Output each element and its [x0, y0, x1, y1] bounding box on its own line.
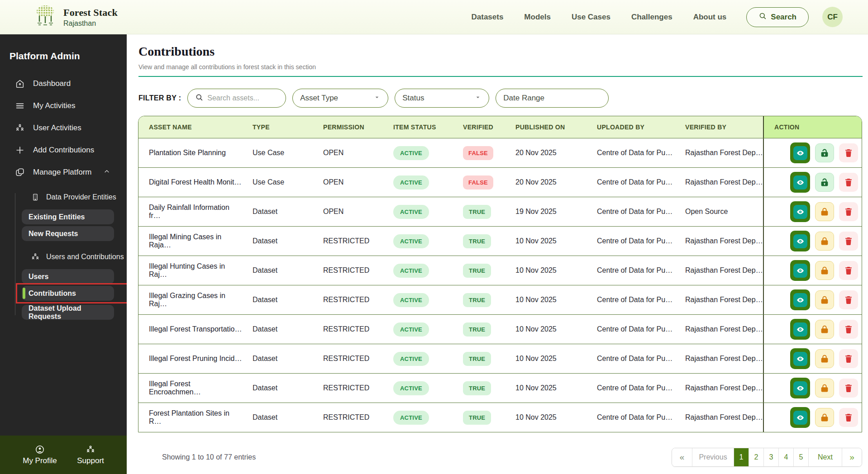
lock-button[interactable] [815, 290, 834, 309]
status-badge: ACTIVE [393, 352, 429, 366]
delete-button[interactable] [839, 202, 858, 221]
sidebar-item-add-contributions[interactable]: Add Contributions [0, 139, 127, 161]
delete-button[interactable] [839, 290, 858, 309]
cell-type: Dataset [242, 285, 313, 314]
status-dropdown[interactable]: Status [395, 89, 489, 108]
support-button[interactable]: Support [77, 444, 104, 465]
lock-button[interactable] [815, 261, 834, 280]
last-page-button[interactable]: » [842, 448, 862, 466]
cell-verified: TRUE [453, 315, 505, 344]
lock-button[interactable] [815, 232, 834, 251]
sidebar-item-existing-entities[interactable]: Existing Entities [22, 209, 114, 224]
delete-button[interactable] [839, 261, 858, 280]
cell-type: Use Case [242, 138, 313, 167]
sidebar-item-my-activities[interactable]: My Activities [0, 95, 127, 117]
user-avatar[interactable]: CF [822, 7, 843, 27]
view-button[interactable] [790, 201, 810, 222]
delete-button[interactable] [839, 379, 858, 398]
search-icon [758, 12, 767, 22]
search-assets-input[interactable] [207, 94, 275, 102]
sidebar-nav: DashboardMy ActivitiesUser ActivitiesAdd… [0, 72, 127, 183]
nav-item-datasets[interactable]: Datasets [471, 13, 503, 22]
search-button[interactable]: Search [746, 7, 809, 27]
menu-icon [14, 100, 25, 111]
pagination: «Previous12345Next» [672, 448, 862, 467]
page-button-5[interactable]: 5 [793, 448, 808, 466]
view-button[interactable] [790, 407, 810, 428]
cell-asset-name: Illegal Hunting Cases in Raj… [138, 256, 242, 285]
sidebar-item-dataset-upload-requests[interactable]: Dataset Upload Requests [22, 305, 114, 320]
sidebar-group-data-provider-entities[interactable]: Data Provider Entities [22, 190, 127, 204]
cell-uploaded-by: Centre of Data for Pu… [587, 227, 675, 256]
cell-action [763, 344, 862, 373]
column-header-action: ACTION [763, 116, 862, 138]
cell-uploaded-by: Centre of Data for Pu… [587, 256, 675, 285]
support-label: Support [77, 456, 104, 465]
view-button[interactable] [790, 260, 810, 281]
first-page-button[interactable]: « [672, 448, 692, 466]
cell-item-status: ACTIVE [383, 138, 453, 167]
filter-bar: FILTER BY : Asset Type Status Date Range [138, 89, 868, 108]
lock-button[interactable] [815, 379, 834, 398]
eye-icon [793, 322, 807, 337]
delete-button[interactable] [839, 143, 858, 162]
cell-uploaded-by: Centre of Data for Pu… [587, 344, 675, 373]
cell-published-on: 19 Nov 2025 [505, 197, 587, 226]
view-button[interactable] [790, 319, 810, 340]
page-button-4[interactable]: 4 [778, 448, 793, 466]
cell-type: Dataset [242, 197, 313, 226]
view-button[interactable] [790, 378, 810, 398]
delete-button[interactable] [839, 320, 858, 339]
lock-button[interactable] [815, 320, 834, 339]
lock-button[interactable] [815, 349, 834, 368]
unlock-button[interactable] [815, 143, 834, 162]
cell-asset-name: Illegal Forest Encroachmen… [138, 374, 242, 403]
page-button-2[interactable]: 2 [749, 448, 763, 466]
sidebar-item-users[interactable]: Users [22, 269, 114, 284]
view-button[interactable] [790, 348, 810, 369]
delete-button[interactable] [839, 349, 858, 368]
sidebar-item-manage-platform[interactable]: Manage Platform [0, 161, 127, 183]
building-icon [30, 192, 41, 203]
asset-type-label: Asset Type [300, 94, 338, 103]
delete-button[interactable] [839, 173, 858, 192]
verified-badge: FALSE [463, 146, 493, 160]
view-button[interactable] [790, 289, 810, 310]
sidebar-item-label: Add Contributions [33, 146, 94, 155]
date-range-field[interactable]: Date Range [496, 89, 609, 108]
cell-type: Dataset [242, 374, 313, 403]
cell-published-on: 10 Nov 2025 [505, 256, 587, 285]
sidebar-item-dashboard[interactable]: Dashboard [0, 72, 127, 95]
page-button-1[interactable]: 1 [734, 448, 749, 466]
eye-icon [793, 175, 807, 190]
sidebar-item-new-requests[interactable]: New Requests [22, 226, 114, 241]
view-button[interactable] [790, 231, 810, 251]
lock-button[interactable] [815, 202, 834, 221]
chevron-up-icon [103, 168, 110, 177]
sidebar-item-user-activities[interactable]: User Activities [0, 117, 127, 139]
nav-item-about-us[interactable]: About us [693, 13, 727, 22]
delete-button[interactable] [839, 232, 858, 251]
nav-item-use-cases[interactable]: Use Cases [572, 13, 610, 22]
sidebar-item-contributions[interactable]: Contributions [22, 286, 114, 301]
cell-verified: TRUE [453, 227, 505, 256]
cell-type: Dataset [242, 403, 313, 432]
nav-item-models[interactable]: Models [524, 13, 551, 22]
view-button[interactable] [790, 172, 810, 193]
next-page-button[interactable]: Next [808, 448, 842, 466]
brand[interactable]: Forest Stack Rajasthan [33, 5, 118, 30]
my-profile-button[interactable]: My Profile [23, 444, 57, 465]
lock-button[interactable] [815, 408, 834, 427]
nav-item-challenges[interactable]: Challenges [631, 13, 672, 22]
page-button-3[interactable]: 3 [763, 448, 778, 466]
verified-badge: TRUE [463, 205, 491, 219]
delete-button[interactable] [839, 408, 858, 427]
asset-type-dropdown[interactable]: Asset Type [292, 89, 388, 108]
view-button[interactable] [790, 142, 810, 163]
table-row: Illegal Grazing Cases in Raj…DatasetREST… [138, 285, 862, 314]
unlock-button[interactable] [815, 173, 834, 192]
sidebar-group-users-and-contributions[interactable]: Users and Contributions [22, 250, 127, 264]
asset-search-field[interactable] [187, 89, 286, 108]
cell-verified-by: Rajasthan Forest Dep… [675, 256, 763, 285]
previous-page-button[interactable]: Previous [692, 448, 734, 466]
